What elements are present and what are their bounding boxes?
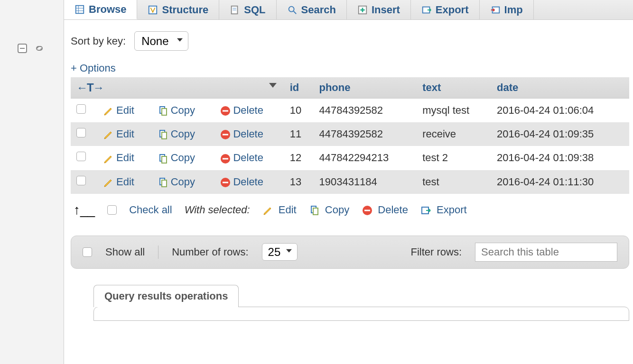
delete-link[interactable]: Delete [220,152,263,164]
svg-line-11 [293,11,296,14]
copy-icon [309,205,320,216]
copy-link[interactable]: Copy [158,128,195,140]
query-results-ops-title: Query results operations [93,285,239,307]
edit-link[interactable]: Edit [103,104,134,116]
row-checkbox[interactable] [76,176,86,185]
options-toggle[interactable]: + Options [71,62,629,74]
column-range-icon: ←T→ [76,81,103,94]
tab-export[interactable]: Export [411,0,480,19]
svg-rect-2 [76,5,84,13]
edit-link[interactable]: Edit [103,176,134,188]
svg-rect-26 [162,156,167,163]
tab-label: Browse [89,3,126,16]
sort-by-key-select[interactable]: None [134,31,188,51]
svg-rect-36 [364,209,370,211]
cell-phone: 44784392582 [313,122,417,146]
row-checkbox[interactable] [76,104,86,114]
copy-icon [158,129,169,140]
copy-icon [158,105,169,117]
cell-date: 2016-04-24 01:09:35 [491,122,629,146]
tab-structure[interactable]: Structure [137,0,219,19]
edit-link[interactable]: Edit [103,128,134,140]
tab-browse[interactable]: Browse [64,0,137,19]
col-id[interactable]: id [284,77,314,99]
svg-rect-34 [313,208,318,215]
cell-phone: 1903431184 [313,170,417,194]
link-icon[interactable] [34,43,45,54]
cell-phone: 447842294213 [313,146,417,170]
table-row: EditCopyDelete12447842294213test 22016-0… [71,146,629,170]
num-rows-select[interactable]: 25 [262,243,298,261]
cell-phone: 44784392582 [313,99,417,123]
bulk-edit[interactable]: Edit [262,204,297,216]
fullcol-header[interactable]: ←T→ [71,77,284,99]
copy-icon [158,153,169,164]
pencil-icon [103,105,114,117]
svg-rect-32 [223,182,228,183]
import-icon [490,5,501,15]
bulk-export[interactable]: Export [420,204,467,216]
show-all-checkbox[interactable] [83,247,92,257]
cell-date: 2016-04-24 01:09:38 [491,146,629,170]
copy-link[interactable]: Copy [158,176,195,188]
pencil-icon [103,129,114,140]
data-table: ←T→ id phone text date EditCopyDelete104… [71,77,629,194]
row-checkbox[interactable] [76,128,86,137]
export-icon [420,205,432,216]
with-selected-label: With selected: [185,204,250,216]
insert-icon [357,5,368,15]
show-all-label: Show all [105,246,145,258]
tab-label: Imp [504,4,523,16]
cell-id: 10 [284,99,314,123]
tab-label: Export [436,4,469,16]
export-icon [421,5,432,15]
tab-label: Insert [372,4,400,16]
copy-link[interactable]: Copy [158,104,195,116]
tab-sql[interactable]: SQL [219,0,276,19]
pencil-icon [103,177,114,188]
row-checkbox[interactable] [76,152,86,161]
cell-text: test 2 [417,146,491,170]
sql-icon [230,5,240,15]
tab-search[interactable]: Search [277,0,347,19]
delete-link[interactable]: Delete [220,176,263,188]
copy-icon [158,177,169,188]
cell-text: receive [417,122,491,146]
table-row: EditCopyDelete131903431184test2016-04-24… [71,170,629,194]
svg-rect-18 [162,109,167,115]
check-all-link[interactable]: Check all [129,204,172,216]
cell-text: test [417,170,491,194]
nav-sidebar [0,0,64,364]
tab-import[interactable]: Imp [480,0,534,19]
tab-insert[interactable]: Insert [347,0,411,19]
delete-link[interactable]: Delete [220,104,263,116]
bulk-copy[interactable]: Copy [309,204,349,216]
delete-link[interactable]: Delete [220,128,263,140]
collapse-icon[interactable] [17,43,28,54]
browse-icon [74,4,85,15]
num-rows-label: Number of rows: [172,246,248,258]
svg-rect-28 [223,158,228,159]
select-arrow-icon: ↑__ [74,202,95,218]
cell-id: 11 [284,122,314,146]
sort-by-key-label: Sort by key: [71,35,126,47]
filter-rows-input[interactable] [475,243,617,262]
col-date[interactable]: date [491,77,629,99]
edit-link[interactable]: Edit [103,152,134,164]
cell-date: 2016-04-24 01:06:04 [491,99,629,123]
bulk-delete[interactable]: Delete [362,204,408,216]
tab-label: Search [301,4,336,16]
svg-rect-22 [162,132,167,139]
copy-link[interactable]: Copy [158,152,195,164]
delete-icon [220,177,231,188]
delete-icon [362,205,373,216]
pencil-icon [103,153,114,164]
top-tabs: Browse Structure SQL Search [64,0,633,20]
cell-id: 13 [284,170,314,194]
check-all-checkbox[interactable] [107,205,117,215]
col-text[interactable]: text [417,77,491,99]
table-row: EditCopyDelete1144784392582receive2016-0… [71,122,629,146]
col-phone[interactable]: phone [313,77,417,99]
svg-rect-20 [223,110,228,112]
pager-bar: Show all Number of rows: 25 Filter rows: [71,236,629,269]
